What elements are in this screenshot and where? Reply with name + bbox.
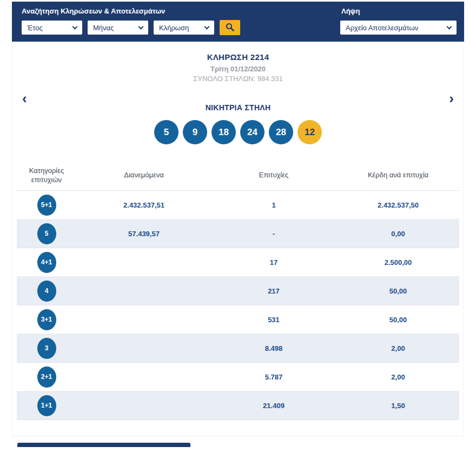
draw-title: ΚΛΗΡΩΣΗ 2214 bbox=[12, 52, 464, 62]
category-badge: 4 bbox=[37, 281, 56, 302]
prize-value: 0,00 bbox=[336, 230, 460, 238]
draw-select[interactable]: Κλήρωση bbox=[154, 21, 214, 35]
winners-value: 21.409 bbox=[211, 402, 336, 410]
category-badge: 5+1 bbox=[37, 195, 56, 216]
draw-select-value: Κλήρωση bbox=[159, 24, 189, 32]
month-select-value: Μήνας bbox=[93, 24, 114, 32]
table-row: 5+12.432.537,5112.432.537,50 bbox=[17, 191, 459, 219]
draw-date: Τρίτη 01/12/2020 bbox=[12, 65, 464, 73]
column-header-winners: Επιτυχίες bbox=[211, 171, 336, 179]
column-header-prize: Κέρδη ανά επιτυχία bbox=[336, 171, 460, 179]
table-body: 5+12.432.537,5112.432.537,50557.439,57-0… bbox=[17, 191, 459, 420]
archive-select[interactable]: Αρχείο Αποτελεσμάτων bbox=[340, 21, 457, 35]
table-row: 3+153150,00 bbox=[17, 305, 459, 334]
winners-value: 5.787 bbox=[211, 373, 336, 381]
month-select[interactable]: Μήνας bbox=[88, 21, 148, 35]
prize-value: 2,00 bbox=[336, 373, 460, 381]
draw-total-columns: ΣΥΝΟΛΟ ΣΤΗΛΩΝ: 984.331 bbox=[12, 75, 464, 83]
table-row: 38.4982,00 bbox=[17, 334, 459, 363]
winning-number-ball: 18 bbox=[211, 120, 236, 144]
category-badge: 5 bbox=[37, 223, 56, 244]
winners-value: - bbox=[211, 230, 336, 238]
distributed-value: 57.439,57 bbox=[76, 230, 211, 238]
winners-value: 8.498 bbox=[211, 344, 336, 352]
year-select-value: Έτος bbox=[27, 24, 43, 32]
table-row: 4+1172.500,00 bbox=[17, 248, 459, 277]
winning-number-ball: 9 bbox=[183, 120, 207, 144]
winners-value: 1 bbox=[211, 201, 336, 209]
category-badge: 2+1 bbox=[37, 367, 56, 388]
winning-number-ball: 5 bbox=[154, 120, 178, 144]
prize-value: 50,00 bbox=[336, 287, 460, 295]
draw-header: ΚΛΗΡΩΣΗ 2214 Τρίτη 01/12/2020 ΣΥΝΟΛΟ ΣΤΗ… bbox=[12, 44, 464, 83]
year-select[interactable]: Έτος bbox=[22, 21, 82, 35]
next-draw-button[interactable]: › bbox=[449, 91, 454, 105]
winners-value: 217 bbox=[211, 287, 336, 295]
results-table: Κατηγορίες επιτυχιών Διανεμόμενα Επιτυχί… bbox=[17, 161, 459, 420]
search-controls: Έτος Μήνας Κλήρωση bbox=[22, 20, 340, 35]
prize-value: 50,00 bbox=[336, 316, 460, 324]
search-panel-title: Αναζήτηση Κληρώσεων & Αποτελεσμάτων bbox=[22, 7, 340, 15]
joker-number-ball: 12 bbox=[298, 120, 322, 144]
prize-value: 2,00 bbox=[336, 344, 460, 352]
table-row: 2+15.7872,00 bbox=[17, 363, 459, 391]
archive-select-value: Αρχείο Αποτελεσμάτων bbox=[346, 24, 418, 32]
category-badge: 4+1 bbox=[37, 252, 56, 273]
table-row: 421750,00 bbox=[17, 277, 459, 305]
results-card: ‹ › ΚΛΗΡΩΣΗ 2214 Τρίτη 01/12/2020 ΣΥΝΟΛΟ… bbox=[12, 44, 464, 436]
winners-value: 17 bbox=[211, 258, 336, 267]
previous-draw-button[interactable]: ‹ bbox=[22, 91, 27, 105]
chevron-down-icon bbox=[72, 24, 78, 30]
download-label: Λήψη bbox=[340, 7, 457, 15]
footer-bar bbox=[17, 443, 190, 447]
search-button[interactable] bbox=[220, 20, 240, 35]
category-badge: 3 bbox=[37, 338, 56, 359]
winning-column-title: ΝΙΚΗΤΡΙΑ ΣΤΗΛΗ bbox=[12, 103, 464, 112]
prize-value: 2.500,00 bbox=[336, 258, 460, 267]
prize-value: 2.432.537,50 bbox=[336, 201, 460, 209]
column-header-categories: Κατηγορίες επιτυχιών bbox=[19, 166, 74, 184]
winning-number-ball: 24 bbox=[240, 120, 265, 144]
category-badge: 1+1 bbox=[37, 395, 56, 416]
winning-numbers: 5918242812 bbox=[12, 120, 464, 144]
table-row: 1+121.4091,50 bbox=[17, 391, 459, 420]
category-badge: 3+1 bbox=[37, 309, 56, 330]
chevron-down-icon bbox=[447, 24, 452, 30]
magnifier-icon bbox=[226, 23, 234, 33]
prize-value: 1,50 bbox=[336, 402, 460, 410]
table-row: 557.439,57-0,00 bbox=[17, 219, 459, 248]
chevron-down-icon bbox=[138, 24, 144, 30]
chevron-down-icon bbox=[204, 24, 210, 30]
distributed-value: 2.432.537,51 bbox=[76, 201, 211, 209]
table-header-row: Κατηγορίες επιτυχιών Διανεμόμενα Επιτυχί… bbox=[17, 161, 459, 191]
winning-number-ball: 28 bbox=[269, 120, 293, 144]
column-header-distributed: Διανεμόμενα bbox=[76, 171, 211, 179]
winners-value: 531 bbox=[211, 316, 336, 324]
search-panel: Αναζήτηση Κληρώσεων & Αποτελεσμάτων Λήψη… bbox=[12, 2, 464, 42]
